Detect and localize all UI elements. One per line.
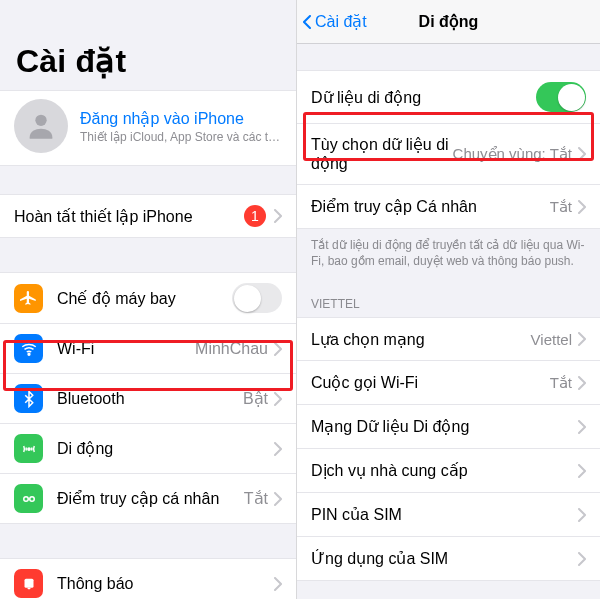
chevron-right-icon (578, 508, 586, 522)
wifi-icon (14, 334, 43, 363)
hotspot-row[interactable]: Điểm truy cập cá nhân Tắt (0, 474, 296, 524)
wifi-row[interactable]: Wi-Fi MinhChau (0, 324, 296, 374)
nav-title: Di động (419, 12, 479, 31)
hotspot-icon (14, 484, 43, 513)
bluetooth-icon (14, 384, 43, 413)
signin-sublabel: Thiết lập iCloud, App Store và các tài k… (80, 130, 282, 144)
svg-point-1 (28, 353, 30, 355)
sim-pin-row[interactable]: PIN của SIM (297, 493, 600, 537)
hotspot-value: Tắt (244, 489, 268, 508)
avatar (14, 99, 68, 153)
cellular-detail-panel: Cài đặt Di động Dữ liệu di động Tùy chọn… (297, 0, 600, 599)
settings-header: Cài đặt (0, 0, 296, 90)
carrier-header: VIETTEL (297, 283, 600, 317)
svg-point-3 (23, 496, 28, 501)
chevron-right-icon (578, 464, 586, 478)
bluetooth-row[interactable]: Bluetooth Bật (0, 374, 296, 424)
chevron-right-icon (578, 376, 586, 390)
data-options-value: Chuyển vùng: Tắt (453, 145, 572, 163)
network-selection-row[interactable]: Lựa chọn mạng Viettel (297, 317, 600, 361)
chevron-left-icon (303, 15, 311, 29)
chevron-right-icon (578, 552, 586, 566)
cellular-row[interactable]: Di động (0, 424, 296, 474)
notifications-icon (14, 569, 43, 598)
chevron-right-icon (274, 492, 282, 506)
data-options-row[interactable]: Tùy chọn dữ liệu di động Chuyển vùng: Tắ… (297, 124, 600, 185)
chevron-right-icon (578, 420, 586, 434)
notification-badge: 1 (244, 205, 266, 227)
airplane-mode-row[interactable]: Chế độ máy bay (0, 272, 296, 324)
chevron-right-icon (578, 332, 586, 346)
notifications-row[interactable]: Thông báo (0, 558, 296, 599)
wifi-calling-row[interactable]: Cuộc gọi Wi-Fi Tắt (297, 361, 600, 405)
chevron-right-icon (274, 392, 282, 406)
svg-point-0 (35, 115, 46, 126)
chevron-right-icon (274, 342, 282, 356)
signin-label: Đăng nhập vào iPhone (80, 109, 282, 128)
personal-hotspot-row[interactable]: Điểm truy cập Cá nhân Tắt (297, 185, 600, 229)
svg-rect-5 (24, 578, 33, 587)
carrier-services-row[interactable]: Dịch vụ nhà cung cấp (297, 449, 600, 493)
hotspot-value: Tắt (550, 198, 572, 216)
chevron-right-icon (578, 200, 586, 214)
svg-point-2 (27, 447, 29, 449)
airplane-toggle[interactable] (232, 283, 282, 313)
nav-bar: Cài đặt Di động (297, 0, 600, 44)
airplane-icon (14, 284, 43, 313)
wifi-calling-value: Tắt (550, 374, 572, 392)
bluetooth-value: Bật (243, 389, 268, 408)
network-value: Viettel (531, 331, 572, 348)
cellular-data-row[interactable]: Dữ liệu di động (297, 70, 600, 124)
chevron-right-icon (274, 209, 282, 223)
apple-id-row[interactable]: Đăng nhập vào iPhone Thiết lập iCloud, A… (0, 90, 296, 166)
cellular-icon (14, 434, 43, 463)
chevron-right-icon (578, 147, 586, 161)
settings-root-panel: Cài đặt Đăng nhập vào iPhone Thiết lập i… (0, 0, 297, 599)
svg-point-4 (29, 496, 34, 501)
chevron-right-icon (274, 442, 282, 456)
chevron-right-icon (274, 577, 282, 591)
data-footer: Tắt dữ liệu di động để truyền tất cả dữ … (297, 229, 600, 283)
page-title: Cài đặt (16, 42, 280, 80)
svg-rect-6 (27, 587, 30, 589)
back-button[interactable]: Cài đặt (303, 12, 367, 31)
cellular-data-toggle[interactable] (536, 82, 586, 112)
sim-apps-row[interactable]: Ứng dụng của SIM (297, 537, 600, 581)
wifi-value: MinhChau (195, 340, 268, 358)
finish-setup-row[interactable]: Hoàn tất thiết lập iPhone 1 (0, 194, 296, 238)
data-network-row[interactable]: Mạng Dữ liệu Di động (297, 405, 600, 449)
